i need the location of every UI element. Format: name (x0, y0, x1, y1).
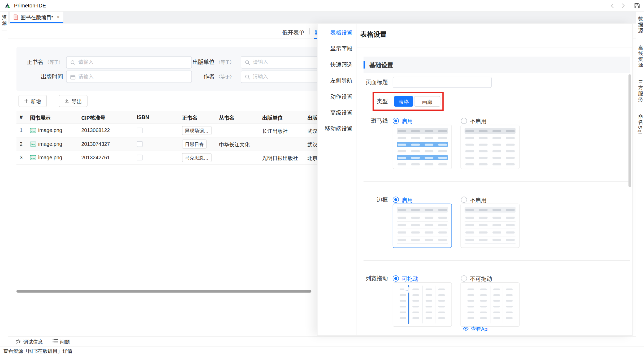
plus-icon (24, 99, 28, 103)
search-icon (70, 60, 76, 65)
nav-item-advanced-settings[interactable]: 高级设置 (318, 105, 357, 121)
drag-off-preview (460, 282, 520, 327)
cell-cip: 2013068122 (78, 128, 133, 133)
table-settings-drawer: 表格设置 显示字段 快速筛选 左侧导航 动作设置 高级设置 移动端设置 表格设置… (317, 23, 633, 336)
cell-image: image.png (27, 155, 78, 161)
download-icon (64, 99, 69, 104)
nav-item-action-settings[interactable]: 动作设置 (318, 89, 357, 104)
table-toolbar: 新增 导出 (19, 95, 88, 107)
cell-publisher: 长江出版社 (259, 127, 304, 134)
cell-image: image.png (27, 141, 78, 147)
title-search-input[interactable] (78, 59, 188, 65)
search-icon (245, 60, 250, 65)
book-title-tag[interactable]: 异现场调… (182, 126, 211, 135)
title-divider (357, 48, 632, 48)
cell-index: 1 (16, 128, 27, 133)
zebra-on-preview (393, 125, 452, 169)
cell-isbn (133, 128, 179, 133)
drag-on-radio[interactable]: 可拖动 (393, 275, 418, 282)
debug-bar: 调试信息 问题 (8, 336, 636, 346)
view-tab-lowcode-form[interactable]: 低开表单 (282, 28, 304, 36)
debug-info-button[interactable]: 调试信息 (16, 338, 43, 345)
horizontal-scrollbar[interactable] (16, 290, 311, 293)
drag-off-radio[interactable]: 不可拖动 (461, 275, 492, 282)
export-button[interactable]: 导出 (59, 95, 87, 107)
field-label-title: 正书名 〈等于〉 (16, 56, 66, 68)
page-title-label: 页面标题 (357, 79, 388, 86)
col-header-cip: CIP核准号 (78, 113, 133, 121)
tab-book-cip[interactable]: 图书在版编目* × (10, 11, 63, 23)
save-icon[interactable] (634, 3, 640, 8)
nav-item-quick-filter[interactable]: 快速筛选 (318, 57, 357, 73)
title-search-field (66, 56, 192, 68)
row-checkbox[interactable] (137, 128, 142, 133)
nav-back-icon[interactable] (610, 3, 615, 8)
cell-index: 3 (16, 155, 27, 161)
rail-divider (1, 30, 6, 30)
book-title-tag[interactable]: 日思日睿 (182, 139, 207, 148)
view-api-link[interactable]: 查看Api (463, 325, 489, 332)
nav-forward-icon[interactable] (620, 3, 626, 8)
image-icon (30, 155, 36, 160)
row-checkbox[interactable] (137, 155, 142, 161)
book-title-tag[interactable]: 马克思恩… (182, 153, 211, 162)
publish-date-input[interactable] (78, 74, 188, 80)
books-table: # 图书展示 CIP核准号 ISBN 正书名 丛书名 出版单位 出版 1 ima… (16, 111, 366, 165)
rail-item-named-sql[interactable]: 命名Sql (637, 114, 643, 135)
add-button[interactable]: 新增 (19, 95, 47, 107)
row-checkbox[interactable] (137, 141, 142, 147)
status-text: 查看资源「图书在版编目」详情 (3, 347, 72, 354)
nav-item-left-nav[interactable]: 左侧导航 (318, 73, 357, 89)
table-row[interactable]: 3 image.png 2013242761 马克思恩… 光明日报出版社 北京 (16, 151, 366, 165)
rail-item-datasource[interactable]: 数据源 (637, 16, 643, 34)
settings-nav: 表格设置 显示字段 快速筛选 左侧导航 动作设置 高级设置 移动端设置 (318, 24, 357, 335)
radio-selected-icon (393, 196, 399, 203)
publish-date-field (66, 71, 192, 83)
col-header-image: 图书展示 (27, 113, 78, 121)
rail-item-resources[interactable]: 资源 (1, 15, 7, 26)
tab-close-icon[interactable]: × (57, 14, 60, 20)
radio-selected-icon (393, 118, 399, 124)
statusbar: 查看资源「图书在版编目」详情 (0, 346, 644, 355)
bug-icon (16, 339, 21, 344)
screenshot-stage: Primeton-IDE 资源 数据源 离线资源 三方服务 命名Sql (0, 0, 644, 355)
zebra-off-preview (460, 125, 520, 169)
table-header-row: # 图书展示 CIP核准号 ISBN 正书名 丛书名 出版单位 出版 (16, 111, 366, 124)
drawer-title: 表格设置 (360, 29, 387, 39)
type-option-gallery[interactable]: 画廊 (414, 96, 440, 107)
zebra-on-radio[interactable]: 启用 (393, 117, 413, 124)
editor-tabbar: 图书在版编目* × (8, 11, 636, 23)
col-header-title: 正书名 (179, 113, 215, 121)
section-divider (364, 260, 630, 261)
zebra-off-radio[interactable]: 不启用 (461, 117, 487, 124)
border-on-radio[interactable]: 启用 (393, 196, 413, 203)
nav-item-table-settings[interactable]: 表格设置 (318, 25, 357, 41)
settings-body: 表格设置 基础设置 页面标题 类型 表格 画廊 斑马线 启用 (357, 24, 632, 335)
drag-on-preview: ↔ (393, 282, 452, 327)
search-icon (245, 74, 250, 79)
rail-item-offline-resources[interactable]: 离线资源 (637, 45, 643, 68)
eye-icon (463, 326, 469, 330)
col-header-series: 丛书名 (216, 113, 259, 121)
page-title-input[interactable] (393, 77, 492, 88)
problems-button[interactable]: 问题 (53, 338, 70, 345)
cell-isbn (133, 141, 179, 147)
cell-title: 马克思恩… (179, 153, 215, 162)
search-form: 正书名 〈等于〉 出版单位 〈等于〉 (16, 47, 366, 91)
nav-item-mobile-settings[interactable]: 移动端设置 (318, 121, 357, 137)
table-row[interactable]: 2 image.png 2013074327 日思日睿 中华长江文化 武汉 (16, 138, 366, 151)
cell-image: image.png (27, 128, 78, 133)
rail-item-third-party-services[interactable]: 三方服务 (637, 80, 643, 103)
border-label: 边框 (357, 196, 388, 203)
border-off-radio[interactable]: 不启用 (461, 196, 487, 203)
border-off-preview (460, 204, 520, 248)
zebra-label: 斑马线 (357, 118, 388, 124)
table-row[interactable]: 1 image.png 2013068122 异现场调… 长江出版社 武汉 (16, 124, 366, 137)
type-option-table[interactable]: 表格 (394, 96, 413, 107)
document-icon (14, 14, 18, 19)
radio-selected-icon (393, 275, 399, 281)
nav-item-display-fields[interactable]: 显示字段 (318, 41, 357, 56)
column-drag-label: 列宽拖动 (357, 275, 388, 282)
vertical-scrollbar[interactable] (628, 74, 631, 187)
cell-cip: 2013074327 (78, 141, 133, 147)
